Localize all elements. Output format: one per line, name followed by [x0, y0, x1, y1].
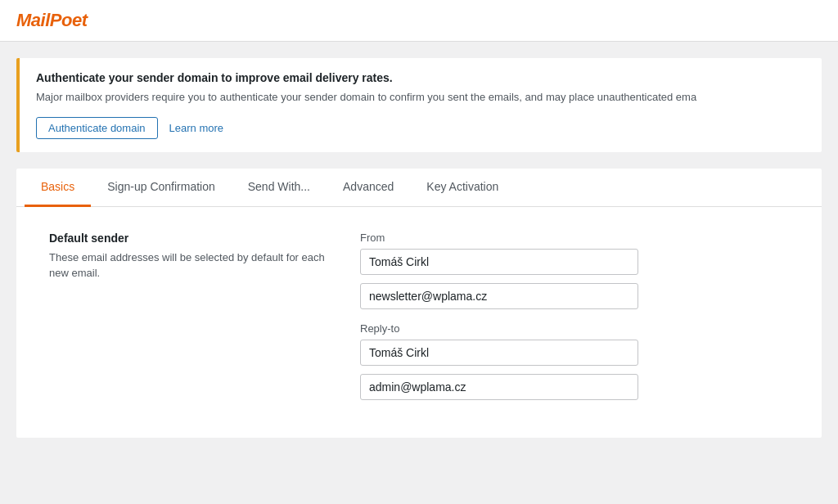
page-wrapper: MailPoet Authenticate your sender domain… — [0, 0, 838, 504]
settings-label-col: Default sender These email addresses wil… — [49, 232, 327, 413]
tab-signup-confirmation[interactable]: Sign-up Confirmation — [91, 169, 232, 207]
tabs-nav: Basics Sign-up Confirmation Send With...… — [16, 169, 822, 207]
reply-to-name-input[interactable] — [360, 340, 638, 366]
alert-actions: Authenticate domain Learn more — [36, 117, 805, 139]
authenticate-domain-button[interactable]: Authenticate domain — [36, 117, 158, 139]
tab-key-activation[interactable]: Key Activation — [410, 169, 515, 207]
tabs-container: Basics Sign-up Confirmation Send With...… — [16, 169, 822, 438]
reply-to-label: Reply-to — [360, 322, 789, 335]
settings-fields-col: From Reply-to — [360, 232, 789, 413]
from-label: From — [360, 232, 789, 244]
reply-to-section: Reply-to — [360, 322, 789, 408]
tab-send-with[interactable]: Send With... — [232, 169, 327, 207]
tab-advanced[interactable]: Advanced — [327, 169, 410, 207]
settings-row: Default sender These email addresses wil… — [49, 232, 789, 413]
tab-basics[interactable]: Basics — [25, 169, 91, 207]
alert-banner: Authenticate your sender domain to impro… — [16, 58, 822, 152]
from-section: From — [360, 232, 789, 317]
alert-description: Major mailbox providers require you to a… — [36, 89, 805, 106]
default-sender-desc: These email addresses will be selected b… — [49, 250, 327, 281]
header: MailPoet — [0, 0, 838, 42]
mailpoet-logo: MailPoet — [16, 10, 822, 31]
alert-title: Authenticate your sender domain to impro… — [36, 71, 805, 84]
default-sender-title: Default sender — [49, 232, 327, 245]
content-area: Default sender These email addresses wil… — [33, 207, 805, 438]
reply-to-email-input[interactable] — [360, 374, 638, 400]
learn-more-link[interactable]: Learn more — [169, 122, 223, 134]
from-email-input[interactable] — [360, 283, 638, 309]
from-name-input[interactable] — [360, 249, 638, 275]
